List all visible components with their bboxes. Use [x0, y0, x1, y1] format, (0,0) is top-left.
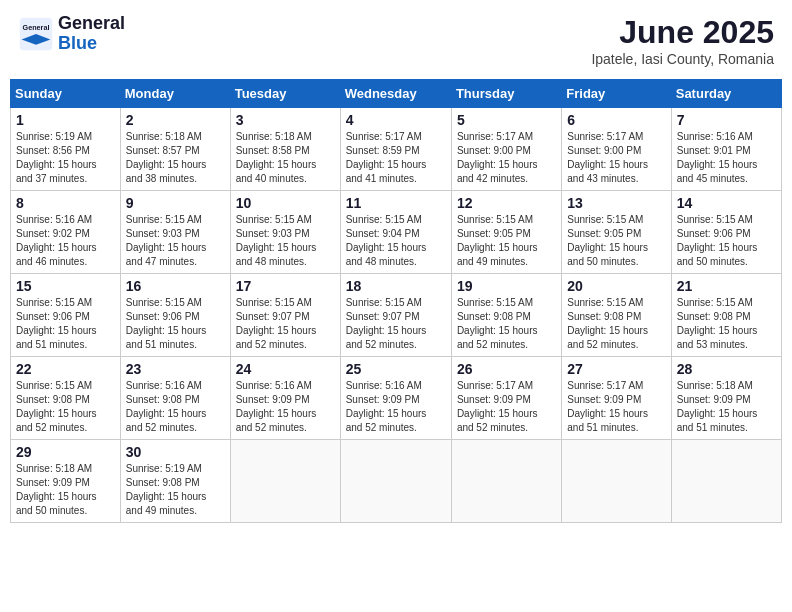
- day-info: Sunrise: 5:17 AM Sunset: 9:00 PM Dayligh…: [567, 130, 665, 186]
- table-row: 28Sunrise: 5:18 AM Sunset: 9:09 PM Dayli…: [671, 357, 781, 440]
- day-number: 9: [126, 195, 225, 211]
- day-number: 29: [16, 444, 115, 460]
- col-thursday: Thursday: [451, 80, 561, 108]
- table-row: 19Sunrise: 5:15 AM Sunset: 9:08 PM Dayli…: [451, 274, 561, 357]
- table-row: 26Sunrise: 5:17 AM Sunset: 9:09 PM Dayli…: [451, 357, 561, 440]
- day-number: 6: [567, 112, 665, 128]
- day-info: Sunrise: 5:15 AM Sunset: 9:07 PM Dayligh…: [346, 296, 446, 352]
- table-row: 17Sunrise: 5:15 AM Sunset: 9:07 PM Dayli…: [230, 274, 340, 357]
- day-info: Sunrise: 5:15 AM Sunset: 9:06 PM Dayligh…: [126, 296, 225, 352]
- day-number: 4: [346, 112, 446, 128]
- day-number: 22: [16, 361, 115, 377]
- location: Ipatele, Iasi County, Romania: [591, 51, 774, 67]
- day-number: 11: [346, 195, 446, 211]
- table-row: 24Sunrise: 5:16 AM Sunset: 9:09 PM Dayli…: [230, 357, 340, 440]
- table-row: 16Sunrise: 5:15 AM Sunset: 9:06 PM Dayli…: [120, 274, 230, 357]
- day-info: Sunrise: 5:16 AM Sunset: 9:02 PM Dayligh…: [16, 213, 115, 269]
- day-info: Sunrise: 5:15 AM Sunset: 9:04 PM Dayligh…: [346, 213, 446, 269]
- day-info: Sunrise: 5:15 AM Sunset: 9:03 PM Dayligh…: [236, 213, 335, 269]
- day-number: 8: [16, 195, 115, 211]
- table-row: 8Sunrise: 5:16 AM Sunset: 9:02 PM Daylig…: [11, 191, 121, 274]
- day-info: Sunrise: 5:16 AM Sunset: 9:08 PM Dayligh…: [126, 379, 225, 435]
- table-row: 22Sunrise: 5:15 AM Sunset: 9:08 PM Dayli…: [11, 357, 121, 440]
- table-row: 7Sunrise: 5:16 AM Sunset: 9:01 PM Daylig…: [671, 108, 781, 191]
- title-block: June 2025 Ipatele, Iasi County, Romania: [591, 14, 774, 67]
- logo: General General Blue: [18, 14, 125, 54]
- table-row: 9Sunrise: 5:15 AM Sunset: 9:03 PM Daylig…: [120, 191, 230, 274]
- table-row: 14Sunrise: 5:15 AM Sunset: 9:06 PM Dayli…: [671, 191, 781, 274]
- day-number: 1: [16, 112, 115, 128]
- day-number: 25: [346, 361, 446, 377]
- table-row: 5Sunrise: 5:17 AM Sunset: 9:00 PM Daylig…: [451, 108, 561, 191]
- logo-wordmark: General Blue: [58, 14, 125, 54]
- day-info: Sunrise: 5:15 AM Sunset: 9:05 PM Dayligh…: [567, 213, 665, 269]
- col-monday: Monday: [120, 80, 230, 108]
- day-info: Sunrise: 5:15 AM Sunset: 9:08 PM Dayligh…: [16, 379, 115, 435]
- day-info: Sunrise: 5:16 AM Sunset: 9:09 PM Dayligh…: [346, 379, 446, 435]
- table-row: [562, 440, 671, 523]
- day-number: 30: [126, 444, 225, 460]
- day-number: 28: [677, 361, 776, 377]
- table-row: 18Sunrise: 5:15 AM Sunset: 9:07 PM Dayli…: [340, 274, 451, 357]
- day-info: Sunrise: 5:15 AM Sunset: 9:08 PM Dayligh…: [567, 296, 665, 352]
- table-row: 29Sunrise: 5:18 AM Sunset: 9:09 PM Dayli…: [11, 440, 121, 523]
- logo-general: General: [58, 13, 125, 33]
- day-info: Sunrise: 5:15 AM Sunset: 9:03 PM Dayligh…: [126, 213, 225, 269]
- day-info: Sunrise: 5:15 AM Sunset: 9:05 PM Dayligh…: [457, 213, 556, 269]
- table-row: [230, 440, 340, 523]
- day-info: Sunrise: 5:16 AM Sunset: 9:09 PM Dayligh…: [236, 379, 335, 435]
- day-info: Sunrise: 5:15 AM Sunset: 9:06 PM Dayligh…: [677, 213, 776, 269]
- col-tuesday: Tuesday: [230, 80, 340, 108]
- col-saturday: Saturday: [671, 80, 781, 108]
- day-info: Sunrise: 5:18 AM Sunset: 9:09 PM Dayligh…: [16, 462, 115, 518]
- day-info: Sunrise: 5:17 AM Sunset: 9:09 PM Dayligh…: [457, 379, 556, 435]
- day-number: 2: [126, 112, 225, 128]
- table-row: 20Sunrise: 5:15 AM Sunset: 9:08 PM Dayli…: [562, 274, 671, 357]
- page-header: General General Blue June 2025 Ipatele, …: [10, 10, 782, 71]
- table-row: 2Sunrise: 5:18 AM Sunset: 8:57 PM Daylig…: [120, 108, 230, 191]
- col-sunday: Sunday: [11, 80, 121, 108]
- day-info: Sunrise: 5:18 AM Sunset: 8:58 PM Dayligh…: [236, 130, 335, 186]
- day-number: 12: [457, 195, 556, 211]
- table-row: 21Sunrise: 5:15 AM Sunset: 9:08 PM Dayli…: [671, 274, 781, 357]
- day-number: 16: [126, 278, 225, 294]
- day-info: Sunrise: 5:17 AM Sunset: 9:00 PM Dayligh…: [457, 130, 556, 186]
- table-row: 25Sunrise: 5:16 AM Sunset: 9:09 PM Dayli…: [340, 357, 451, 440]
- day-info: Sunrise: 5:15 AM Sunset: 9:08 PM Dayligh…: [677, 296, 776, 352]
- day-number: 23: [126, 361, 225, 377]
- table-row: 12Sunrise: 5:15 AM Sunset: 9:05 PM Dayli…: [451, 191, 561, 274]
- table-row: 11Sunrise: 5:15 AM Sunset: 9:04 PM Dayli…: [340, 191, 451, 274]
- calendar-table: Sunday Monday Tuesday Wednesday Thursday…: [10, 79, 782, 523]
- day-info: Sunrise: 5:15 AM Sunset: 9:07 PM Dayligh…: [236, 296, 335, 352]
- table-row: 10Sunrise: 5:15 AM Sunset: 9:03 PM Dayli…: [230, 191, 340, 274]
- day-info: Sunrise: 5:19 AM Sunset: 9:08 PM Dayligh…: [126, 462, 225, 518]
- logo-blue: Blue: [58, 33, 97, 53]
- day-number: 21: [677, 278, 776, 294]
- day-info: Sunrise: 5:18 AM Sunset: 9:09 PM Dayligh…: [677, 379, 776, 435]
- day-number: 24: [236, 361, 335, 377]
- table-row: 27Sunrise: 5:17 AM Sunset: 9:09 PM Dayli…: [562, 357, 671, 440]
- table-row: 23Sunrise: 5:16 AM Sunset: 9:08 PM Dayli…: [120, 357, 230, 440]
- table-row: [340, 440, 451, 523]
- day-number: 13: [567, 195, 665, 211]
- col-wednesday: Wednesday: [340, 80, 451, 108]
- col-friday: Friday: [562, 80, 671, 108]
- svg-text:General: General: [23, 23, 50, 32]
- day-info: Sunrise: 5:17 AM Sunset: 8:59 PM Dayligh…: [346, 130, 446, 186]
- table-row: 30Sunrise: 5:19 AM Sunset: 9:08 PM Dayli…: [120, 440, 230, 523]
- day-number: 17: [236, 278, 335, 294]
- day-number: 26: [457, 361, 556, 377]
- table-row: 13Sunrise: 5:15 AM Sunset: 9:05 PM Dayli…: [562, 191, 671, 274]
- day-number: 14: [677, 195, 776, 211]
- day-info: Sunrise: 5:19 AM Sunset: 8:56 PM Dayligh…: [16, 130, 115, 186]
- day-number: 7: [677, 112, 776, 128]
- logo-icon: General: [18, 16, 54, 52]
- table-row: [671, 440, 781, 523]
- day-info: Sunrise: 5:18 AM Sunset: 8:57 PM Dayligh…: [126, 130, 225, 186]
- table-row: 3Sunrise: 5:18 AM Sunset: 8:58 PM Daylig…: [230, 108, 340, 191]
- day-number: 5: [457, 112, 556, 128]
- day-number: 10: [236, 195, 335, 211]
- table-row: 4Sunrise: 5:17 AM Sunset: 8:59 PM Daylig…: [340, 108, 451, 191]
- table-row: [451, 440, 561, 523]
- day-number: 19: [457, 278, 556, 294]
